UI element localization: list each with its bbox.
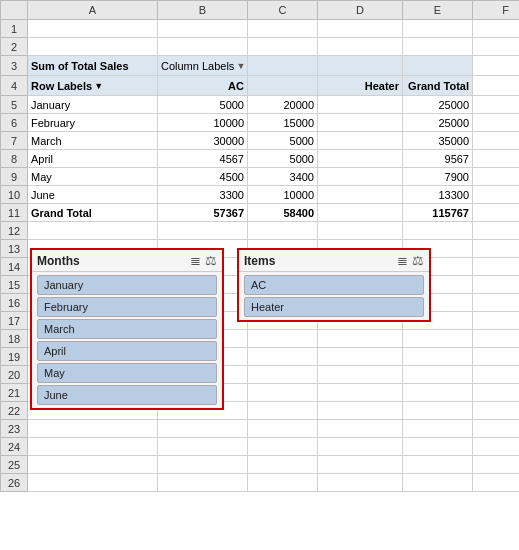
cell-f9[interactable]: [473, 168, 519, 186]
cell-e8[interactable]: 9567: [403, 150, 473, 168]
cell-c5[interactable]: 20000: [248, 96, 318, 114]
cell-b6[interactable]: 10000: [158, 114, 248, 132]
cell-d24[interactable]: [318, 438, 403, 456]
cell-f4[interactable]: [473, 76, 519, 96]
cell-b2[interactable]: [158, 38, 248, 56]
cell-a23[interactable]: [28, 420, 158, 438]
cell-c11[interactable]: 58400: [248, 204, 318, 222]
cell-f2[interactable]: [473, 38, 519, 56]
slicer-month-january[interactable]: January: [37, 275, 217, 295]
cell-e3[interactable]: [403, 56, 473, 76]
cell-a2[interactable]: [28, 38, 158, 56]
cell-e24[interactable]: [403, 438, 473, 456]
cell-a12[interactable]: [28, 222, 158, 240]
cell-c9[interactable]: 3400: [248, 168, 318, 186]
cell-d12[interactable]: [318, 222, 403, 240]
cell-a24[interactable]: [28, 438, 158, 456]
cell-d7[interactable]: [318, 132, 403, 150]
cell-e23[interactable]: [403, 420, 473, 438]
cell-b23[interactable]: [158, 420, 248, 438]
cell-f23[interactable]: [473, 420, 519, 438]
cell-e4[interactable]: Grand Total: [403, 76, 473, 96]
cell-e26[interactable]: [403, 474, 473, 492]
cell-d5[interactable]: [318, 96, 403, 114]
cell-e2[interactable]: [403, 38, 473, 56]
cell-c23[interactable]: [248, 420, 318, 438]
cell-a3[interactable]: Sum of Total Sales: [28, 56, 158, 76]
cell-d20[interactable]: [318, 366, 403, 384]
cell-a4[interactable]: Row Labels ▼: [28, 76, 158, 96]
cell-b5[interactable]: 5000: [158, 96, 248, 114]
cell-c22[interactable]: [248, 402, 318, 420]
cell-f17[interactable]: [473, 312, 519, 330]
cell-c10[interactable]: 10000: [248, 186, 318, 204]
cell-d26[interactable]: [318, 474, 403, 492]
cell-f1[interactable]: [473, 20, 519, 38]
cell-b1[interactable]: [158, 20, 248, 38]
cell-d6[interactable]: [318, 114, 403, 132]
cell-f6[interactable]: [473, 114, 519, 132]
slicer-items-filter-icon[interactable]: ⚖: [412, 253, 424, 268]
cell-d3[interactable]: [318, 56, 403, 76]
cell-c4[interactable]: [248, 76, 318, 96]
slicer-months[interactable]: Months ≣ ⚖ January February March April …: [30, 248, 224, 410]
cell-a26[interactable]: [28, 474, 158, 492]
cell-c3[interactable]: [248, 56, 318, 76]
col-labels-filter-icon[interactable]: ▼: [236, 61, 245, 71]
cell-c26[interactable]: [248, 474, 318, 492]
cell-d23[interactable]: [318, 420, 403, 438]
cell-a1[interactable]: [28, 20, 158, 38]
cell-c7[interactable]: 5000: [248, 132, 318, 150]
cell-b25[interactable]: [158, 456, 248, 474]
slicer-items[interactable]: Items ≣ ⚖ AC Heater: [237, 248, 431, 322]
cell-c18[interactable]: [248, 330, 318, 348]
cell-c8[interactable]: 5000: [248, 150, 318, 168]
cell-e6[interactable]: 25000: [403, 114, 473, 132]
cell-f18[interactable]: [473, 330, 519, 348]
cell-f8[interactable]: [473, 150, 519, 168]
cell-f19[interactable]: [473, 348, 519, 366]
slicer-month-march[interactable]: March: [37, 319, 217, 339]
cell-f22[interactable]: [473, 402, 519, 420]
cell-b11[interactable]: 57367: [158, 204, 248, 222]
cell-f25[interactable]: [473, 456, 519, 474]
cell-e7[interactable]: 35000: [403, 132, 473, 150]
row-filter-icon[interactable]: ▼: [94, 81, 103, 91]
cell-f3[interactable]: [473, 56, 519, 76]
cell-f26[interactable]: [473, 474, 519, 492]
cell-a11[interactable]: Grand Total: [28, 204, 158, 222]
cell-e22[interactable]: [403, 402, 473, 420]
cell-e10[interactable]: 13300: [403, 186, 473, 204]
cell-c20[interactable]: [248, 366, 318, 384]
slicer-multiselect-icon[interactable]: ≣: [190, 253, 201, 268]
slicer-month-april[interactable]: April: [37, 341, 217, 361]
cell-e19[interactable]: [403, 348, 473, 366]
cell-f11[interactable]: [473, 204, 519, 222]
cell-c1[interactable]: [248, 20, 318, 38]
cell-d2[interactable]: [318, 38, 403, 56]
cell-d11[interactable]: [318, 204, 403, 222]
cell-f5[interactable]: [473, 96, 519, 114]
cell-a9[interactable]: May: [28, 168, 158, 186]
cell-c25[interactable]: [248, 456, 318, 474]
slicer-item-ac[interactable]: AC: [244, 275, 424, 295]
slicer-filter-icon[interactable]: ⚖: [205, 253, 217, 268]
cell-e9[interactable]: 7900: [403, 168, 473, 186]
cell-c12[interactable]: [248, 222, 318, 240]
cell-e11[interactable]: 115767: [403, 204, 473, 222]
cell-a6[interactable]: February: [28, 114, 158, 132]
cell-b4[interactable]: AC: [158, 76, 248, 96]
cell-b10[interactable]: 3300: [158, 186, 248, 204]
cell-d18[interactable]: [318, 330, 403, 348]
cell-f10[interactable]: [473, 186, 519, 204]
cell-b12[interactable]: [158, 222, 248, 240]
cell-c19[interactable]: [248, 348, 318, 366]
cell-e1[interactable]: [403, 20, 473, 38]
cell-d19[interactable]: [318, 348, 403, 366]
cell-f20[interactable]: [473, 366, 519, 384]
cell-f12[interactable]: [473, 222, 519, 240]
cell-f16[interactable]: [473, 294, 519, 312]
cell-b3[interactable]: Column Labels ▼: [158, 56, 248, 76]
slicer-month-february[interactable]: February: [37, 297, 217, 317]
cell-b24[interactable]: [158, 438, 248, 456]
